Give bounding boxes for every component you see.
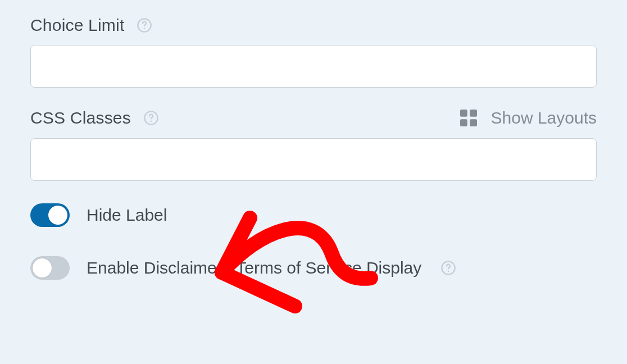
enable-disclaimer-text: Enable Disclaimer / Terms of Service Dis…: [87, 258, 421, 277]
svg-point-3: [151, 121, 152, 122]
choice-limit-input[interactable]: [30, 45, 597, 88]
svg-point-9: [448, 271, 449, 272]
toggle-knob: [33, 258, 52, 277]
svg-rect-6: [460, 119, 467, 126]
svg-rect-7: [470, 119, 477, 126]
svg-rect-4: [460, 110, 467, 117]
svg-rect-5: [470, 110, 477, 117]
choice-limit-field: Choice Limit: [30, 16, 597, 88]
choice-limit-label: Choice Limit: [30, 16, 124, 35]
help-icon[interactable]: [440, 260, 456, 276]
choice-limit-label-row: Choice Limit: [30, 16, 597, 35]
hide-label-toggle[interactable]: [30, 203, 70, 227]
css-classes-input[interactable]: [30, 138, 597, 181]
show-layouts-button[interactable]: Show Layouts: [458, 108, 597, 128]
show-layouts-label: Show Layouts: [491, 108, 597, 128]
css-classes-field: CSS Classes: [30, 108, 597, 181]
help-icon[interactable]: [143, 110, 159, 126]
settings-panel: Choice Limit CSS Classes: [0, 0, 627, 280]
toggle-knob: [48, 206, 67, 225]
enable-disclaimer-row: Enable Disclaimer / Terms of Service Dis…: [30, 256, 597, 280]
hide-label-text: Hide Label: [87, 206, 167, 225]
css-classes-label: CSS Classes: [30, 108, 131, 128]
choice-limit-label-group: Choice Limit: [30, 16, 152, 35]
hide-label-row: Hide Label: [30, 203, 597, 227]
enable-disclaimer-toggle[interactable]: [30, 256, 70, 280]
css-classes-label-group: CSS Classes: [30, 108, 159, 128]
svg-point-1: [144, 28, 146, 30]
css-classes-label-row: CSS Classes: [30, 108, 597, 128]
grid-icon: [458, 108, 479, 128]
help-icon[interactable]: [137, 17, 152, 33]
